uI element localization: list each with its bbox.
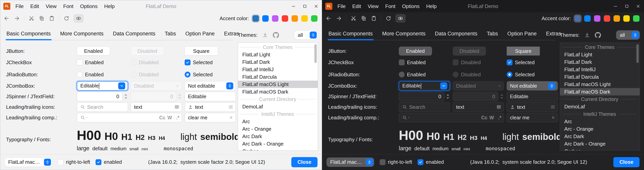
theme-list-item[interactable]: Arc Dark — [560, 133, 640, 140]
maximize-button[interactable] — [299, 0, 310, 12]
accent-swatch[interactable] — [292, 15, 298, 22]
accent-swatch[interactable] — [282, 15, 288, 22]
whole-word-button[interactable]: W — [168, 115, 172, 120]
menu-help[interactable]: Help — [104, 3, 114, 10]
menu-edit[interactable]: Edit — [352, 3, 361, 10]
clearable-input[interactable]: clear me — [507, 113, 558, 122]
search-comp-input[interactable]: Cc W .* — [399, 113, 504, 122]
enabled-button[interactable]: Enabled — [399, 47, 432, 56]
themes-filter-combobox[interactable]: all — [616, 30, 640, 40]
tab-option-pane[interactable]: Option Pane — [185, 31, 214, 37]
search-comp-input[interactable]: Cc W .* — [77, 113, 182, 122]
themes-filter-combobox[interactable]: all — [294, 30, 318, 40]
radio-enabled[interactable] — [77, 72, 83, 77]
tab-tabs[interactable]: Tabs — [165, 31, 176, 37]
chevron-down-icon[interactable] — [440, 82, 447, 89]
minimize-button[interactable] — [610, 0, 621, 12]
regex-button[interactable]: .* — [176, 115, 179, 120]
accent-swatch[interactable] — [252, 15, 259, 22]
match-case-button[interactable]: Cc — [481, 115, 488, 120]
copy-icon[interactable] — [361, 16, 366, 21]
accent-swatch[interactable] — [301, 15, 308, 22]
menu-view[interactable]: View — [46, 3, 57, 10]
accent-swatch[interactable] — [594, 15, 600, 22]
back-icon[interactable] — [4, 16, 10, 21]
whole-word-button[interactable]: W — [490, 115, 494, 120]
right-to-left-checkbox[interactable]: right-to-left — [58, 159, 90, 165]
theme-list-item[interactable]: FlatLaf Darcula — [560, 73, 640, 81]
spinner-stepper[interactable] — [124, 93, 128, 99]
themes-list[interactable]: Core ThemesFlatLaf LightFlatLaf DarkFlat… — [238, 43, 318, 151]
list-menu-icon[interactable] — [228, 104, 233, 110]
github-icon[interactable] — [595, 32, 601, 38]
back-icon[interactable] — [326, 16, 332, 21]
tab-tabs[interactable]: Tabs — [487, 31, 498, 37]
accent-swatch[interactable] — [574, 15, 581, 22]
cut-icon[interactable] — [350, 16, 356, 21]
combobox-not-editable[interactable]: Not editable — [507, 81, 558, 91]
tab-more-components[interactable]: More Components — [60, 31, 104, 37]
scrollbar-thumb[interactable] — [636, 44, 639, 63]
theme-list-item[interactable]: FlatLaf Darcula — [238, 73, 318, 81]
search-input[interactable]: Search — [399, 102, 450, 112]
accent-swatch[interactable] — [633, 15, 640, 22]
right-to-left-box[interactable] — [58, 159, 64, 165]
theme-list-item[interactable]: Arc - Orange — [560, 125, 640, 133]
enabled-checkbox[interactable]: enabled — [418, 159, 444, 165]
theme-list-item[interactable]: FlatLaf Dark — [560, 58, 640, 66]
menu-file[interactable]: File — [16, 3, 24, 10]
square-button[interactable]: Square — [507, 47, 540, 56]
accent-swatch[interactable] — [272, 15, 278, 22]
combobox-not-editable[interactable]: Not editable — [185, 81, 236, 91]
clearable-input[interactable]: clear me — [185, 113, 236, 122]
checkbox-selected[interactable] — [507, 60, 512, 65]
download-icon[interactable] — [584, 32, 590, 38]
textfield-editable[interactable]: Editable — [185, 92, 236, 101]
copy-icon[interactable] — [39, 16, 44, 21]
theme-list-item[interactable]: Carbon — [560, 147, 640, 151]
match-case-button[interactable]: Cc — [159, 115, 166, 120]
theme-list-item[interactable]: Arc — [238, 118, 318, 125]
theme-list-item[interactable]: FlatLaf macOS Light — [560, 81, 640, 88]
table-icon[interactable] — [496, 104, 501, 110]
checkbox-enabled[interactable] — [399, 60, 405, 65]
theme-list-item[interactable]: FlatLaf macOS Light — [238, 81, 318, 88]
tab-more-components[interactable]: More Components — [382, 31, 426, 37]
enabled-button[interactable]: Enabled — [77, 47, 110, 56]
spinner-stepper[interactable] — [446, 93, 450, 99]
text-input-calendar[interactable]: text — [453, 102, 504, 112]
refresh-icon[interactable] — [64, 16, 69, 21]
close-window-button[interactable] — [310, 0, 322, 12]
updown-chevron-icon[interactable] — [632, 32, 639, 39]
menu-options[interactable]: Options — [80, 3, 98, 10]
enabled-box[interactable] — [96, 159, 102, 165]
updown-chevron-icon[interactable] — [226, 82, 233, 89]
lookandfeel-combobox[interactable]: FlatLaf macOS D... — [326, 157, 374, 167]
tab-data-components[interactable]: Data Components — [113, 31, 156, 37]
theme-list-item[interactable]: Arc Dark — [238, 133, 318, 140]
theme-list-item[interactable]: DemoLaf — [560, 103, 640, 110]
show-hosted-icon[interactable] — [74, 14, 84, 23]
download-icon[interactable] — [262, 32, 268, 38]
theme-list-item[interactable]: Arc Dark - Orange — [238, 140, 318, 147]
themes-list[interactable]: Core ThemesFlatLaf LightFlatLaf DarkFlat… — [560, 43, 640, 151]
theme-list-item[interactable]: FlatLaf Light — [560, 51, 640, 58]
menu-font[interactable]: Font — [63, 3, 74, 10]
github-icon[interactable] — [273, 32, 279, 38]
updown-chevron-icon[interactable] — [548, 82, 555, 89]
clear-x-icon[interactable] — [229, 115, 233, 120]
theme-list-item[interactable]: Carbon — [238, 147, 318, 151]
accent-swatch[interactable] — [614, 15, 620, 22]
radio-selected[interactable] — [185, 72, 190, 77]
search-input[interactable]: Search — [77, 102, 128, 112]
paste-icon[interactable] — [371, 16, 377, 21]
right-to-left-checkbox[interactable]: right-to-left — [380, 159, 412, 165]
radio-selected[interactable] — [507, 72, 512, 77]
tab-data-components[interactable]: Data Components — [435, 31, 478, 37]
forward-icon[interactable] — [14, 16, 20, 21]
theme-list-item[interactable]: Arc — [560, 118, 640, 125]
radio-enabled[interactable] — [399, 72, 405, 77]
close-window-button[interactable] — [632, 0, 644, 12]
accent-swatch[interactable] — [623, 15, 630, 22]
text-input-user[interactable]: text — [185, 102, 236, 112]
